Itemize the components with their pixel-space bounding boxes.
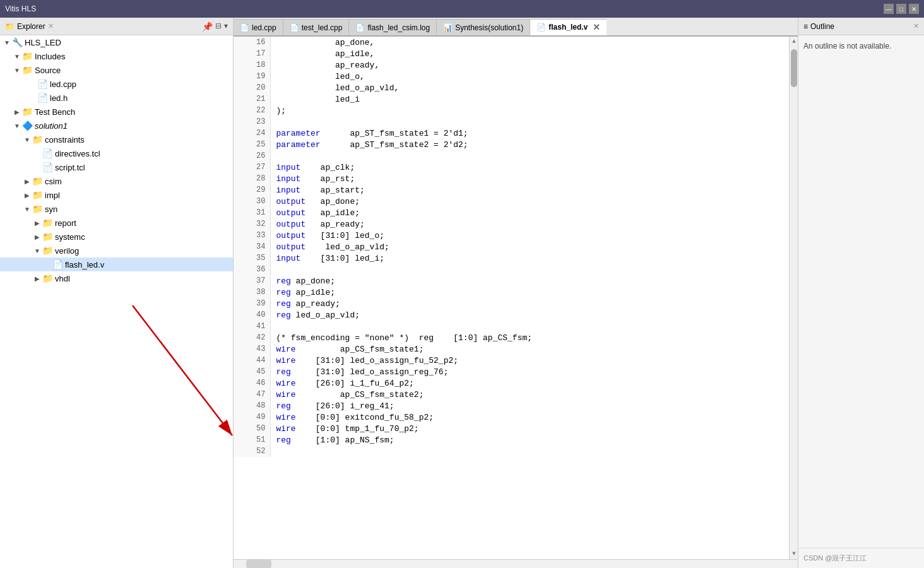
outline-header: ≡ Outline ✕ bbox=[798, 18, 924, 35]
tree-item-vhdl[interactable]: ▶📁vhdl bbox=[0, 271, 233, 285]
tab-test-led-cpp[interactable]: 📄test_led.cpp bbox=[283, 19, 349, 35]
tree-item-syn[interactable]: ▼📁syn bbox=[0, 202, 233, 216]
tab-synthesis[interactable]: 📊Synthesis(solution1) bbox=[436, 19, 530, 35]
code-content[interactable] bbox=[271, 264, 789, 275]
code-content[interactable]: wire ap_CS_fsm_state1; bbox=[271, 343, 789, 355]
code-editor[interactable]: 16 ap_done,17 ap_idle,18 ap_ready,19 led… bbox=[234, 37, 789, 559]
tree-item-led-cpp[interactable]: 📄led.cpp bbox=[0, 77, 233, 91]
tree-item-hls-led[interactable]: ▼🔧HLS_LED bbox=[0, 35, 233, 49]
title-bar-title: Vitis HLS bbox=[5, 4, 884, 13]
code-content[interactable]: output ap_done; bbox=[271, 196, 789, 207]
line-number: 27 bbox=[234, 162, 271, 173]
line-number: 24 bbox=[234, 127, 271, 139]
app-title: Vitis HLS bbox=[5, 4, 36, 13]
tree-arrow-csim: ▶ bbox=[23, 178, 32, 185]
line-number: 45 bbox=[234, 366, 271, 377]
tree-item-solution1[interactable]: ▼🔷solution1 bbox=[0, 119, 233, 133]
menu-icon[interactable]: ▾ bbox=[224, 21, 228, 32]
code-content[interactable]: output ap_ready; bbox=[271, 218, 789, 230]
code-content[interactable]: led_i bbox=[271, 93, 789, 105]
tab-flash-led-csim[interactable]: 📄flash_led_csim.log bbox=[348, 19, 436, 35]
code-content[interactable]: input [31:0] led_i; bbox=[271, 252, 789, 264]
code-content[interactable]: reg ap_done; bbox=[271, 275, 789, 287]
code-content[interactable]: input ap_clk; bbox=[271, 162, 789, 173]
tree-item-source[interactable]: ▼📁Source bbox=[0, 63, 233, 77]
outline-close-icon[interactable]: ✕ bbox=[913, 22, 919, 30]
code-row: 39reg ap_ready; bbox=[234, 298, 789, 309]
scroll-down-icon[interactable]: ▼ bbox=[791, 550, 797, 558]
tree-item-script-tcl[interactable]: 📄script.tcl bbox=[0, 160, 233, 174]
code-content[interactable]: parameter ap_ST_fsm_state1 = 2'd1; bbox=[271, 127, 789, 139]
line-number: 33 bbox=[234, 230, 271, 241]
explorer-close-icon[interactable]: ✕ bbox=[48, 22, 54, 30]
tree-item-report[interactable]: ▶📁report bbox=[0, 216, 233, 230]
code-content[interactable]: parameter ap_ST_fsm_state2 = 2'd2; bbox=[271, 139, 789, 150]
code-content[interactable] bbox=[271, 321, 789, 332]
code-content[interactable]: reg [26:0] i_reg_41; bbox=[271, 400, 789, 411]
code-content[interactable]: ap_idle, bbox=[271, 48, 789, 59]
close-button[interactable]: ✕ bbox=[909, 4, 919, 14]
code-content[interactable]: input ap_start; bbox=[271, 184, 789, 196]
code-content[interactable]: led_o, bbox=[271, 71, 789, 82]
tab-close-flash-led-v[interactable]: ✕ bbox=[593, 22, 600, 32]
code-content[interactable]: reg [31:0] led_o_assign_reg_76; bbox=[271, 366, 789, 377]
tree-item-testbench[interactable]: ▶📁Test Bench bbox=[0, 105, 233, 119]
scrollbar-thumb[interactable] bbox=[791, 49, 797, 87]
tree-item-directives-tcl[interactable]: 📄directives.tcl bbox=[0, 146, 233, 160]
tree-item-constraints[interactable]: ▼📁constraints bbox=[0, 133, 233, 146]
code-content[interactable]: ap_ready, bbox=[271, 59, 789, 71]
editor-scrollbar[interactable]: ▲ ▼ bbox=[789, 37, 798, 559]
code-content[interactable] bbox=[271, 150, 789, 162]
main-layout: 📁 Explorer ✕ 📌 ⊟ ▾ ▼🔧HLS_LED▼📁Includes▼📁… bbox=[0, 18, 924, 568]
code-content[interactable]: wire [0:0] tmp_1_fu_70_p2; bbox=[271, 423, 789, 434]
maximize-button[interactable]: □ bbox=[896, 4, 906, 14]
code-row: 45reg [31:0] led_o_assign_reg_76; bbox=[234, 366, 789, 377]
code-content[interactable]: reg ap_ready; bbox=[271, 298, 789, 309]
tree-item-impl[interactable]: ▶📁impl bbox=[0, 188, 233, 202]
tab-icon-test-led-cpp: 📄 bbox=[290, 23, 299, 32]
tree-item-verilog[interactable]: ▼📁verilog bbox=[0, 244, 233, 257]
code-row: 48reg [26:0] i_reg_41; bbox=[234, 400, 789, 411]
code-content[interactable]: (* fsm_encoding = "none" *) reg [1:0] ap… bbox=[271, 332, 789, 343]
code-content[interactable] bbox=[271, 446, 789, 457]
code-content[interactable]: wire [31:0] led_o_assign_fu_52_p2; bbox=[271, 355, 789, 366]
tree-icon-impl: 📁 bbox=[32, 190, 43, 200]
code-content[interactable]: ap_done, bbox=[271, 37, 789, 48]
code-content[interactable]: output [31:0] led_o; bbox=[271, 230, 789, 241]
code-content[interactable]: wire ap_CS_fsm_state2; bbox=[271, 389, 789, 400]
code-content[interactable]: ); bbox=[271, 105, 789, 116]
tree-item-csim[interactable]: ▶📁csim bbox=[0, 174, 233, 188]
editor-hscroll[interactable] bbox=[234, 559, 798, 568]
code-content[interactable]: reg ap_idle; bbox=[271, 287, 789, 298]
tree-icon-includes: 📁 bbox=[21, 51, 33, 61]
collapse-icon[interactable]: ⊟ bbox=[215, 21, 222, 32]
tree-arrow-systemc: ▶ bbox=[33, 234, 42, 240]
scroll-up-icon[interactable]: ▲ bbox=[791, 38, 797, 45]
code-content[interactable]: reg [1:0] ap_NS_fsm; bbox=[271, 434, 789, 446]
code-content[interactable]: output ap_idle; bbox=[271, 207, 789, 218]
line-number: 49 bbox=[234, 411, 271, 423]
minimize-button[interactable]: — bbox=[884, 4, 894, 14]
tab-flash-led-v[interactable]: 📄flash_led.v✕ bbox=[530, 19, 607, 35]
code-row: 25parameter ap_ST_fsm_state2 = 2'd2; bbox=[234, 139, 789, 150]
code-content[interactable]: wire [0:0] exitcond_fu_58_p2; bbox=[271, 411, 789, 423]
title-bar-controls[interactable]: — □ ✕ bbox=[884, 4, 919, 14]
tree-item-systemc[interactable]: ▶📁systemc bbox=[0, 230, 233, 244]
tree-item-includes[interactable]: ▼📁Includes bbox=[0, 49, 233, 63]
code-content[interactable]: reg led_o_ap_vld; bbox=[271, 309, 789, 321]
tree-icon-flash-led-v: 📄 bbox=[52, 259, 63, 269]
tab-led-cpp[interactable]: 📄led.cpp bbox=[234, 19, 283, 35]
tree-item-led-h[interactable]: 📄led.h bbox=[0, 91, 233, 105]
code-content[interactable]: led_o_ap_vld, bbox=[271, 82, 789, 93]
code-content[interactable]: input ap_rst; bbox=[271, 173, 789, 184]
code-row: 22); bbox=[234, 105, 789, 116]
tree-item-flash-led-v[interactable]: 📄flash_led.v bbox=[0, 257, 233, 271]
code-content[interactable] bbox=[271, 116, 789, 127]
code-content[interactable]: wire [26:0] i_1_fu_64_p2; bbox=[271, 377, 789, 389]
hscroll-thumb[interactable] bbox=[246, 560, 271, 568]
code-row: 17 ap_idle, bbox=[234, 48, 789, 59]
pin-icon[interactable]: 📌 bbox=[202, 21, 213, 32]
line-number: 38 bbox=[234, 287, 271, 298]
code-content[interactable]: output led_o_ap_vld; bbox=[271, 241, 789, 252]
tree-arrow-report: ▶ bbox=[33, 220, 42, 227]
